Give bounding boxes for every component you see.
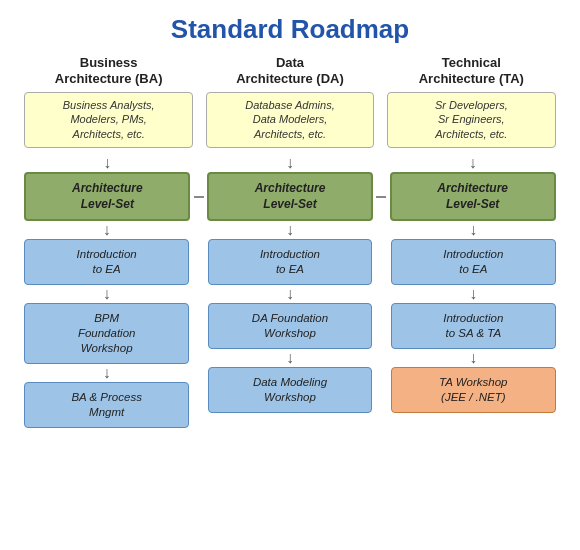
arrow-da-to-levelset — [286, 154, 294, 172]
arrow-ba-to-levelset — [103, 154, 111, 172]
arrow-ta-1 — [469, 221, 477, 239]
col-header-ta: TechnicalArchitecture (TA) — [419, 55, 524, 88]
arrow-ta-to-levelset — [469, 154, 477, 172]
arrow-da-3 — [286, 349, 294, 367]
levelset-da: ArchitectureLevel-Set — [207, 172, 373, 221]
arrow-ba-3 — [103, 364, 111, 382]
arrow-ta-3 — [469, 349, 477, 367]
arrow-da-1 — [286, 221, 294, 239]
course-ba-2: BPMFoundationWorkshop — [24, 303, 189, 364]
audience-ba: Business Analysts,Modelers, PMs,Architec… — [24, 92, 192, 149]
course-da-2: DA FoundationWorkshop — [208, 303, 373, 349]
arrow-ba-1 — [103, 221, 111, 239]
arrow-ta-2 — [469, 285, 477, 303]
course-ba-1: Introductionto EA — [24, 239, 189, 285]
arrow-ba-2 — [103, 285, 111, 303]
col-header-ba: BusinessArchitecture (BA) — [55, 55, 163, 88]
column-ta: TechnicalArchitecture (TA) Sr Developers… — [383, 55, 560, 152]
audience-ta: Sr Developers,Sr Engineers,Architects, e… — [387, 92, 555, 149]
course-ta-2: Introductionto SA & TA — [391, 303, 556, 349]
columns-wrapper: BusinessArchitecture (BA) Business Analy… — [20, 55, 560, 152]
column-ba: BusinessArchitecture (BA) Business Analy… — [20, 55, 197, 152]
column-da: DataArchitecture (DA) Database Admins,Da… — [201, 55, 378, 152]
levelset-ba: ArchitectureLevel-Set — [24, 172, 190, 221]
arrow-da-2 — [286, 285, 294, 303]
audience-da: Database Admins,Data Modelers,Architects… — [206, 92, 374, 149]
col-header-da: DataArchitecture (DA) — [236, 55, 344, 88]
course-da-3: Data ModelingWorkshop — [208, 367, 373, 413]
page-title: Standard Roadmap — [171, 14, 409, 45]
course-ba-3: BA & ProcessMngmt — [24, 382, 189, 428]
course-da-1: Introductionto EA — [208, 239, 373, 285]
course-ta-3: TA Workshop(JEE / .NET) — [391, 367, 556, 413]
page: Standard Roadmap BusinessArchitecture (B… — [0, 0, 580, 550]
course-ta-1: Introductionto EA — [391, 239, 556, 285]
levelset-ta: ArchitectureLevel-Set — [390, 172, 556, 221]
